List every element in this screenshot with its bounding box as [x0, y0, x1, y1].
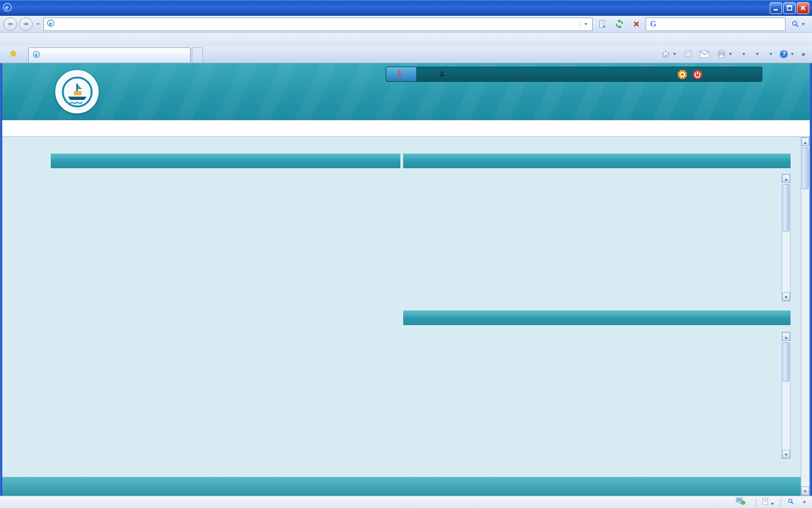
back-button[interactable] — [3, 17, 17, 31]
feeds-button[interactable] — [681, 48, 696, 60]
subnav — [2, 120, 810, 137]
tanks-panel — [51, 154, 400, 175]
search-box[interactable]: G — [646, 17, 785, 31]
strip-actions — [677, 69, 703, 80]
address-bar: ▼ e ▼ G ▼ — [0, 16, 812, 33]
favorites-bar: e ▼ ▼ ▼ ▼ ▼ ?▼ » — [0, 46, 812, 63]
stop-button[interactable] — [629, 17, 643, 31]
search-button[interactable]: ▼ — [788, 17, 809, 31]
favorites-button[interactable] — [3, 47, 26, 62]
history-dropdown-icon[interactable]: ▼ — [35, 22, 41, 26]
help-icon: ? — [780, 50, 788, 58]
compatibility-view-button[interactable] — [595, 17, 610, 31]
refresh-button[interactable] — [612, 17, 626, 31]
maximize-button[interactable] — [783, 2, 796, 14]
scroll-down-icon[interactable]: ▼ — [801, 487, 809, 495]
experts-scrollbar[interactable]: ▲ ▼ — [782, 332, 791, 459]
svg-text:e: e — [5, 4, 8, 11]
status-bar: ▼ ▼ — [0, 496, 812, 508]
materials-panel: ▲ ▼ — [403, 154, 791, 301]
overflow-chevron[interactable]: » — [798, 49, 809, 60]
user-icon — [439, 70, 445, 79]
ie-icon: e — [3, 3, 12, 14]
scroll-down-icon[interactable]: ▼ — [782, 292, 790, 301]
svg-text:e: e — [49, 20, 52, 27]
divider — [756, 498, 756, 506]
tab-page-icon: e — [33, 51, 40, 60]
app-banner — [2, 63, 810, 120]
anchor-icon — [395, 69, 404, 80]
scroll-thumb[interactable] — [783, 184, 789, 231]
zoom-dropdown-icon[interactable]: ▼ — [802, 500, 806, 504]
minimize-button[interactable] — [770, 2, 782, 14]
help-button[interactable]: ?▼ — [776, 49, 797, 60]
browser-tab[interactable]: e — [28, 47, 191, 63]
page-mode-button[interactable]: ▼ — [762, 498, 774, 507]
logout-icon[interactable] — [692, 69, 703, 80]
experts-panel-title — [403, 310, 791, 325]
read-mail-button[interactable] — [696, 49, 713, 60]
search-dropdown-icon[interactable]: ▼ — [801, 22, 805, 26]
svg-text:e: e — [34, 52, 37, 58]
scroll-up-icon[interactable]: ▲ — [782, 174, 790, 183]
google-logo-icon: G — [650, 20, 656, 29]
scroll-down-icon[interactable]: ▼ — [782, 450, 790, 458]
star-icon — [9, 49, 17, 59]
window-frame-left — [0, 63, 2, 508]
materials-scrollbar[interactable]: ▲ ▼ — [782, 174, 791, 301]
page-menu-button[interactable]: ▼ — [736, 50, 749, 58]
app-logo — [55, 70, 99, 113]
window-titlebar: e — [0, 0, 812, 16]
status-right: ▼ ▼ — [736, 497, 806, 507]
experts-panel: ▲ ▼ — [403, 310, 791, 459]
content-area: ▲ ▼ ▲ ▼ — [2, 137, 801, 477]
materials-table-wrap: ▲ ▼ — [403, 174, 791, 301]
divider — [780, 498, 781, 506]
materials-panel-title — [403, 154, 791, 168]
page-icon: e — [47, 19, 55, 29]
safety-menu-button[interactable]: ▼ — [750, 50, 763, 58]
scroll-thumb[interactable] — [802, 147, 809, 189]
city-selector[interactable] — [386, 67, 416, 81]
experts-table-wrap: ▲ ▼ — [403, 332, 791, 459]
skin-wheel-icon[interactable] — [677, 69, 688, 80]
scroll-up-icon[interactable]: ▲ — [782, 332, 790, 341]
command-bar: ▼ ▼ ▼ ▼ ▼ ?▼ » — [657, 46, 809, 63]
page-scrollbar[interactable]: ▲ ▼ — [801, 137, 810, 496]
user-strip — [386, 67, 762, 82]
close-button[interactable] — [797, 2, 809, 14]
forward-button[interactable] — [19, 17, 33, 31]
new-tab-button[interactable] — [192, 47, 203, 63]
print-button[interactable]: ▼ — [713, 48, 736, 60]
address-field[interactable]: e ▼ — [43, 17, 593, 31]
home-button[interactable]: ▼ — [657, 48, 680, 60]
menu-bar — [0, 33, 812, 46]
zoom-icon — [787, 498, 795, 507]
user-info — [439, 70, 448, 79]
address-dropdown-icon[interactable]: ▼ — [580, 20, 589, 28]
footer — [2, 477, 801, 496]
intranet-icon — [736, 497, 745, 507]
scroll-thumb[interactable] — [783, 342, 789, 382]
scroll-up-icon[interactable]: ▲ — [801, 138, 809, 146]
browser-window: e ▼ e ▼ G ▼ e — [0, 0, 812, 508]
tanks-panel-title — [51, 154, 400, 168]
tools-menu-button[interactable]: ▼ — [763, 50, 776, 58]
window-frame-right — [810, 63, 812, 508]
